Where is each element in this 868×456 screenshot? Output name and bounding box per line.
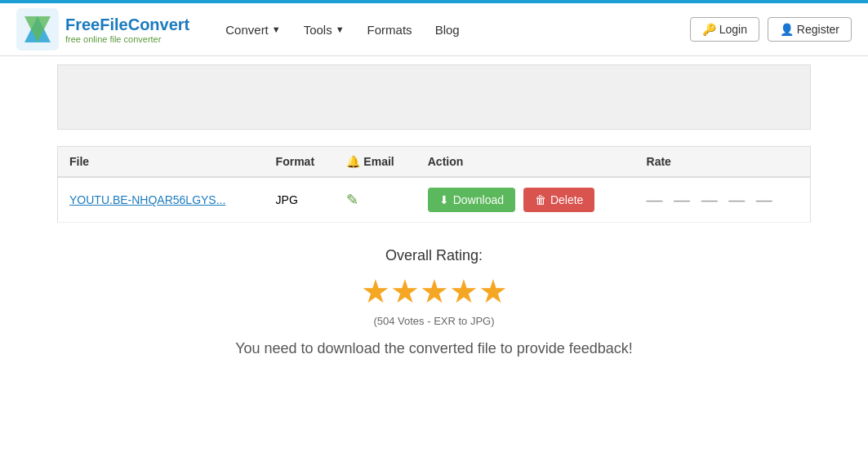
edit-icon[interactable]: ✎ <box>346 192 358 208</box>
nav-blog[interactable]: Blog <box>424 16 471 43</box>
col-format-header: Format <box>265 147 336 178</box>
logo-title: FreeFileConvert <box>65 15 189 34</box>
download-button[interactable]: ⬇ Download <box>428 188 515 212</box>
login-icon: 🔑 <box>702 23 716 36</box>
col-email-header: 🔔 Email <box>335 147 416 178</box>
nav-tools[interactable]: Tools ▼ <box>292 16 356 43</box>
register-button[interactable]: 👤 Register <box>768 17 852 42</box>
bell-icon: 🔔 <box>346 155 360 168</box>
download-icon: ⬇ <box>439 193 449 206</box>
star-rating[interactable]: ★★★★★ <box>57 272 811 310</box>
col-action-header: Action <box>416 147 635 178</box>
rating-section: Overall Rating: ★★★★★ (504 Votes - EXR t… <box>57 247 811 357</box>
rate-dashes: — — — — — <box>647 191 776 209</box>
col-file-header: File <box>58 147 265 178</box>
file-name-link[interactable]: YOUTU.BE-NHQAR56LGYS... <box>69 193 225 206</box>
login-button[interactable]: 🔑 Login <box>690 17 759 42</box>
register-icon: 👤 <box>780 23 794 36</box>
logo-icon <box>16 8 59 51</box>
nav-formats[interactable]: Formats <box>356 16 424 43</box>
table-row: YOUTU.BE-NHQAR56LGYS... JPG ✎ ⬇ Download… <box>58 177 811 223</box>
tools-chevron-icon: ▼ <box>336 24 345 34</box>
ad-banner <box>57 64 811 130</box>
delete-button[interactable]: 🗑 Delete <box>523 188 594 212</box>
file-table: File Format 🔔 Email Action Rate YOUTU.BE… <box>57 146 811 223</box>
feedback-message: You need to download the converted file … <box>57 340 811 357</box>
trash-icon: 🗑 <box>535 193 546 206</box>
logo[interactable]: FreeFileConvert free online file convert… <box>16 8 189 51</box>
overall-rating-label: Overall Rating: <box>57 247 811 264</box>
nav-convert[interactable]: Convert ▼ <box>214 16 292 43</box>
rating-votes: (504 Votes - EXR to JPG) <box>57 315 811 327</box>
file-format: JPG <box>265 177 336 223</box>
logo-subtitle: free online file converter <box>65 34 189 44</box>
col-rate-header: Rate <box>635 147 811 178</box>
main-nav: Convert ▼ Tools ▼ Formats Blog 🔑 Login 👤… <box>214 16 852 43</box>
convert-chevron-icon: ▼ <box>272 24 281 34</box>
